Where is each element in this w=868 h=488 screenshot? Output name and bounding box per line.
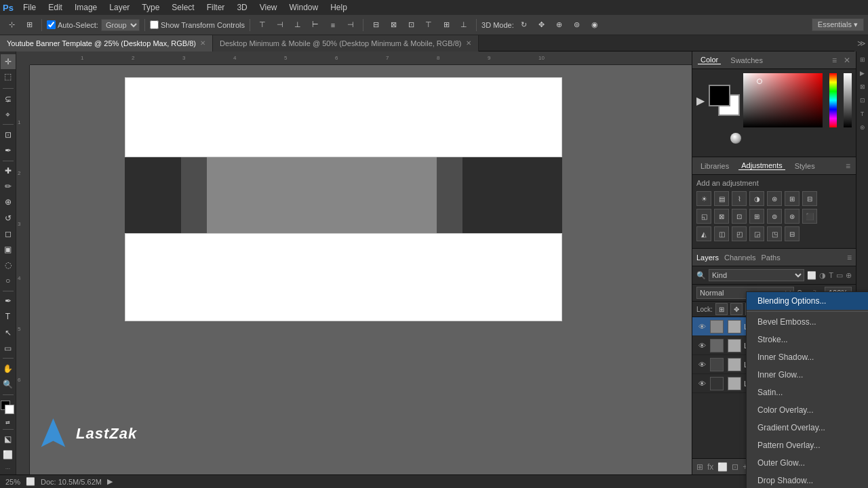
bg-swatch[interactable] — [5, 405, 14, 414]
layers-panel-menu[interactable]: ≡ — [847, 253, 852, 262]
arrange-icon[interactable]: ⊞ — [22, 18, 37, 33]
screen-mode-tool[interactable]: ⬜ — [1, 448, 16, 462]
lock-position-btn[interactable]: ✥ — [730, 303, 743, 315]
vibrance-icon[interactable]: ⊛ — [767, 191, 782, 206]
blur-tool[interactable]: ◌ — [1, 258, 16, 272]
tab-1-close[interactable]: ✕ — [200, 39, 205, 47]
align-bottom-icon[interactable]: ⊥ — [290, 18, 305, 33]
move-tool-icon[interactable]: ⊹ — [4, 18, 19, 33]
ctx-stroke[interactable]: Stroke... — [747, 331, 868, 348]
3d-camera-icon[interactable]: ⊚ — [570, 18, 585, 33]
ctx-satin[interactable]: Satin... — [747, 384, 868, 401]
menu-help[interactable]: Help — [325, 1, 353, 14]
dist-left-icon[interactable]: ⊟ — [368, 18, 383, 33]
menu-window[interactable]: Window — [284, 1, 324, 14]
lasso-tool[interactable]: ⊊ — [1, 92, 16, 106]
ctx-inner-glow[interactable]: Inner Glow... — [747, 366, 868, 384]
tab-1[interactable]: Youtube Banner Template @ 25% (Desktop M… — [0, 35, 213, 52]
color-mode-switch[interactable] — [730, 133, 741, 144]
lock-pixels-btn[interactable]: ⊞ — [715, 303, 728, 315]
auto-select-type[interactable]: Group Layer — [101, 19, 140, 31]
history-tool[interactable]: ↺ — [1, 211, 16, 225]
tab-swatches[interactable]: Swatches — [728, 56, 766, 64]
filter-type-icon[interactable]: T — [829, 271, 833, 279]
dodge-tool[interactable]: ○ — [1, 274, 16, 288]
tab-2[interactable]: Desktop Minimum & Mobile @ 50% (Desktop … — [213, 35, 479, 52]
tab-layers[interactable]: Layers — [696, 253, 719, 262]
3d-light-icon[interactable]: ◉ — [587, 18, 602, 33]
brush-tool[interactable]: ✏ — [1, 180, 16, 194]
path-select-tool[interactable]: ↖ — [1, 325, 16, 340]
selective-color-icon[interactable]: ◫ — [714, 226, 729, 241]
layer-vis-4[interactable]: 👁 — [696, 378, 707, 389]
adj-icon-6[interactable]: ◲ — [749, 226, 764, 241]
align-left-icon[interactable]: ⊢ — [308, 18, 323, 33]
dist-bottom-icon[interactable]: ⊥ — [456, 18, 471, 33]
tab-channels[interactable]: Channels — [724, 253, 755, 262]
move-tool[interactable]: ✛ — [1, 54, 16, 69]
edge-icon-6[interactable]: ⊛ — [857, 122, 868, 133]
color-panel-close[interactable]: ✕ — [844, 56, 850, 65]
tab-adjustments[interactable]: Adjustments — [738, 161, 785, 170]
channel-mixer-icon[interactable]: ⊡ — [732, 209, 747, 224]
photo-filter-icon[interactable]: ⊠ — [714, 209, 729, 224]
tab-libraries[interactable]: Libraries — [698, 162, 732, 170]
healing-tool[interactable]: ✚ — [1, 164, 16, 178]
ctx-gradient-overlay[interactable]: Gradient Overlay... — [747, 419, 868, 436]
zoom-tool[interactable]: 🔍 — [1, 378, 16, 392]
menu-filter[interactable]: Filter — [201, 1, 231, 14]
adj-icon-8[interactable]: ⊟ — [785, 226, 800, 241]
adj-icon-7[interactable]: ◳ — [767, 226, 782, 241]
edge-icon-4[interactable]: ⊡ — [857, 95, 868, 106]
swap-colors-icon[interactable]: ⇄ — [5, 420, 10, 426]
threshold-icon[interactable]: ⬛ — [802, 209, 817, 224]
crop-tool[interactable]: ⊡ — [1, 127, 16, 142]
transform-controls-checkbox[interactable] — [150, 20, 159, 29]
align-hcenter-icon[interactable]: ≡ — [326, 18, 340, 33]
bw-icon[interactable]: ◱ — [696, 209, 711, 224]
menu-3d[interactable]: 3D — [231, 1, 252, 14]
filter-pixel-icon[interactable]: ⬜ — [807, 271, 816, 280]
menu-select[interactable]: Select — [166, 1, 199, 14]
color-spectrum-bar[interactable] — [829, 73, 837, 127]
ctx-pattern-overlay[interactable]: Pattern Overlay... — [747, 436, 868, 454]
menu-type[interactable]: Type — [136, 1, 165, 14]
link-layers-btn[interactable]: ⊞ — [696, 462, 703, 472]
3d-rotate-icon[interactable]: ↻ — [517, 18, 532, 33]
eyedropper-tool[interactable]: ✒ — [1, 143, 16, 157]
gradient-map-icon[interactable]: ◭ — [696, 226, 711, 241]
extra-tools[interactable]: ··· — [5, 465, 11, 472]
quick-mask-tool[interactable]: ⬕ — [1, 432, 16, 447]
adj-panel-menu[interactable]: ≡ — [846, 161, 850, 171]
ctx-bevel-emboss[interactable]: Bevel Emboss... — [747, 313, 868, 331]
ctx-drop-shadow[interactable]: Drop Shadow... — [747, 472, 868, 488]
color-alpha-bar[interactable] — [844, 73, 852, 127]
filter-smart-icon[interactable]: ⊕ — [846, 271, 852, 280]
layer-vis-3[interactable]: 👁 — [696, 359, 707, 370]
color-swatches[interactable] — [1, 401, 16, 415]
tab-paths[interactable]: Paths — [762, 253, 781, 262]
menu-image[interactable]: Image — [69, 1, 102, 14]
layer-vis-2[interactable]: 👁 — [696, 340, 707, 351]
dist-top-icon[interactable]: ⊤ — [421, 18, 436, 33]
align-top-icon[interactable]: ⊤ — [255, 18, 270, 33]
dist-right-icon[interactable]: ⊡ — [403, 18, 418, 33]
3d-zoom-icon[interactable]: ⊕ — [552, 18, 567, 33]
status-arrow[interactable]: ▶ — [107, 477, 113, 486]
ctx-inner-shadow[interactable]: Inner Shadow... — [747, 348, 868, 366]
auto-select-checkbox[interactable] — [47, 20, 56, 29]
layer-vis-1[interactable]: 👁 — [696, 321, 707, 332]
shape-tool[interactable]: ▭ — [1, 341, 16, 355]
menu-layer[interactable]: Layer — [104, 1, 135, 14]
ctx-color-overlay[interactable]: Color Overlay... — [747, 401, 868, 419]
zoom-icon[interactable]: ⬜ — [26, 477, 35, 486]
edge-icon-2[interactable]: ▶ — [857, 68, 868, 79]
align-right-icon[interactable]: ⊣ — [343, 18, 358, 33]
curves-icon[interactable]: ⌇ — [732, 191, 747, 206]
menu-view[interactable]: View — [254, 1, 283, 14]
type-tool[interactable]: T — [1, 310, 16, 324]
hand-tool[interactable]: ✋ — [1, 361, 16, 375]
filter-kind-select[interactable]: Kind — [709, 269, 804, 281]
color-panel-menu[interactable]: ≡ — [832, 56, 837, 65]
wand-tool[interactable]: ⌖ — [1, 107, 16, 121]
